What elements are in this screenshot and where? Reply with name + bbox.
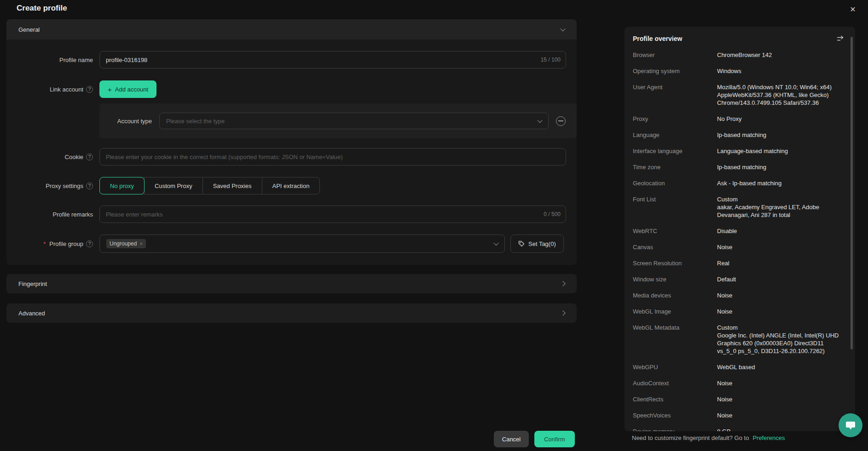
overview-row-speechvoices: SpeechVoicesNoise xyxy=(633,411,844,419)
link-account-row: Link account ? + Add account xyxy=(6,80,566,98)
section-fingerprint-label: Fingerprint xyxy=(18,280,47,287)
overview-row-audiocontext: AudioContextNoise xyxy=(633,379,844,387)
overview-row-operating-system: Operating systemWindows xyxy=(633,67,844,75)
proxy-settings-label: Proxy settings ? xyxy=(6,183,99,189)
required-asterisk: * xyxy=(43,240,46,247)
profile-name-input[interactable] xyxy=(99,51,566,69)
overview-row-window-size: Window sizeDefault xyxy=(633,275,844,283)
section-general-body: Profile name 15 / 100 Link account ? + A… xyxy=(6,40,577,265)
overview-row-browser: BrowserChromeBrowser 142 xyxy=(633,51,844,59)
help-icon[interactable]: ? xyxy=(86,183,93,189)
section-fingerprint-header[interactable]: Fingerprint xyxy=(6,274,577,293)
profile-name-label: Profile name xyxy=(6,57,99,63)
proxy-tab-no-proxy[interactable]: No proxy xyxy=(99,177,145,194)
proxy-tab-saved-proxies[interactable]: Saved Proxies xyxy=(203,177,262,194)
overview-row-geolocation: GeolocationAsk - Ip-based matching xyxy=(633,179,844,187)
group-tag-chip: Ungrouped × xyxy=(106,239,146,248)
preferences-link[interactable]: Preferences xyxy=(752,434,785,441)
plus-icon: + xyxy=(108,86,112,93)
profile-remarks-input[interactable] xyxy=(99,206,566,223)
fingerprint-note-text: Need to customize fingerprint default? G… xyxy=(632,434,749,441)
cookie-row: Cookie ? xyxy=(6,148,566,166)
remove-account-icon[interactable] xyxy=(556,116,566,126)
proxy-tab-api-extraction[interactable]: API extraction xyxy=(262,177,320,194)
chevron-down-icon xyxy=(560,26,565,31)
overview-row-user-agent: User AgentMozilla/5.0 (Windows NT 10.0; … xyxy=(633,83,844,107)
profile-remarks-row: Profile remarks 0 / 500 xyxy=(6,206,566,223)
fingerprint-note: Need to customize fingerprint default? G… xyxy=(632,434,785,441)
help-icon[interactable]: ? xyxy=(86,86,93,93)
profile-name-counter: 15 / 100 xyxy=(541,57,561,63)
overview-row-screen-resolution: Screen ResolutionReal xyxy=(633,259,844,267)
overview-row-interface-language: Interface languageLanguage-based matchin… xyxy=(633,147,844,155)
overview-row-language: LanguageIp-based matching xyxy=(633,131,844,139)
overview-row-webgpu: WebGPUWebGL based xyxy=(633,363,844,371)
proxy-settings-row: Proxy settings ? No proxy Custom Proxy S… xyxy=(6,177,566,194)
tag-remove-icon[interactable]: × xyxy=(139,241,142,246)
profile-overview-panel: Profile overview BrowserChromeBrowser 14… xyxy=(625,27,855,431)
profile-group-row: * Profile group ? Ungrouped × Set Tag(0) xyxy=(6,234,566,253)
section-advanced-header[interactable]: Advanced xyxy=(6,303,577,323)
profile-remarks-counter: 0 / 500 xyxy=(544,211,561,217)
chevron-down-icon xyxy=(493,240,498,245)
account-type-label: Account type xyxy=(99,118,159,125)
profile-name-row: Profile name 15 / 100 xyxy=(6,51,566,69)
chat-bubble-icon xyxy=(845,420,856,431)
cancel-button[interactable]: Cancel xyxy=(494,431,529,447)
overview-row-time-zone: Time zoneIp-based matching xyxy=(633,163,844,171)
section-general-header[interactable]: General xyxy=(6,19,577,40)
help-icon[interactable]: ? xyxy=(86,240,93,247)
collapse-panel-icon[interactable] xyxy=(836,35,844,42)
section-general-label: General xyxy=(18,26,40,33)
profile-remarks-label: Profile remarks xyxy=(6,211,99,218)
create-profile-form: General Profile name 15 / 100 Link accou… xyxy=(6,19,577,323)
overview-scrollbar[interactable] xyxy=(851,37,853,349)
profile-overview-list: BrowserChromeBrowser 142 Operating syste… xyxy=(633,51,844,431)
profile-group-select[interactable]: Ungrouped × xyxy=(99,234,505,253)
chat-widget-button[interactable] xyxy=(839,413,862,437)
account-type-placeholder: Please select the type xyxy=(166,118,225,125)
overview-row-proxy: ProxyNo Proxy xyxy=(633,115,844,123)
add-account-button[interactable]: + Add account xyxy=(99,80,156,98)
cookie-label: Cookie ? xyxy=(6,154,99,160)
profile-group-label: * Profile group ? xyxy=(6,240,99,247)
proxy-tab-custom-proxy[interactable]: Custom Proxy xyxy=(144,177,203,194)
close-icon[interactable]: ✕ xyxy=(847,3,859,15)
page-title: Create profile xyxy=(17,4,67,13)
overview-row-canvas: CanvasNoise xyxy=(633,243,844,251)
overview-row-webgl-image: WebGL ImageNoise xyxy=(633,308,844,315)
overview-row-webrtc: WebRTCDisable xyxy=(633,227,844,235)
account-type-select[interactable]: Please select the type xyxy=(159,113,549,129)
chevron-down-icon xyxy=(537,118,542,123)
cookie-input[interactable] xyxy=(99,148,566,166)
help-icon[interactable]: ? xyxy=(86,154,93,160)
confirm-button[interactable]: Confirm xyxy=(534,431,575,447)
overview-row-clientrects: ClientRectsNoise xyxy=(633,395,844,403)
overview-row-webgl-metadata: WebGL MetadataCustom Google Inc. (Intel)… xyxy=(633,324,844,355)
profile-overview-title: Profile overview xyxy=(633,35,836,42)
proxy-tabs: No proxy Custom Proxy Saved Proxies API … xyxy=(99,177,320,194)
chevron-right-icon xyxy=(560,281,565,286)
overview-row-media-devices: Media devicesNoise xyxy=(633,291,844,299)
chevron-right-icon xyxy=(560,310,565,315)
section-advanced-label: Advanced xyxy=(18,310,45,317)
overview-row-font-list: Font ListCustom aakar, Academy Engraved … xyxy=(633,195,844,219)
set-tag-button[interactable]: Set Tag(0) xyxy=(510,234,564,253)
overview-row-device-memory: Device memory8 GB xyxy=(633,428,844,431)
tag-icon xyxy=(518,240,525,247)
link-account-label: Link account ? xyxy=(6,86,99,93)
account-type-panel: Account type Please select the type xyxy=(99,103,577,138)
